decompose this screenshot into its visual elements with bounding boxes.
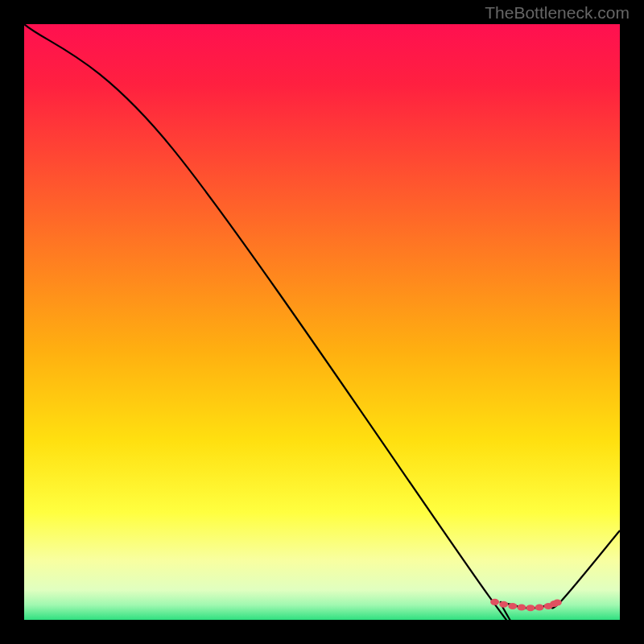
plot-area bbox=[24, 24, 620, 620]
marker-point bbox=[508, 603, 517, 609]
gradient-background bbox=[24, 24, 620, 620]
marker-point bbox=[517, 604, 526, 610]
marker-point bbox=[490, 599, 499, 605]
marker-point bbox=[499, 601, 508, 608]
chart-container: TheBottleneck.com bbox=[0, 0, 644, 644]
marker-point bbox=[535, 604, 544, 610]
marker-point bbox=[526, 605, 535, 611]
watermark-text: TheBottleneck.com bbox=[485, 3, 630, 23]
line-chart bbox=[24, 24, 620, 620]
marker-point bbox=[553, 600, 562, 606]
